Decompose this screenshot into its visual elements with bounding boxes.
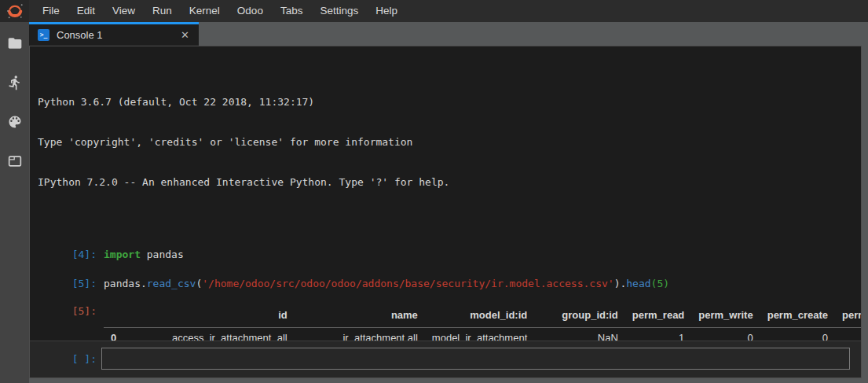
table-header-row: id name model_id:id group_id:id perm_rea… — [104, 305, 861, 328]
menu-run[interactable]: Run — [144, 0, 181, 22]
sidebar-item-file-browser[interactable] — [6, 35, 24, 52]
code-token: ). — [614, 278, 627, 289]
number-token: (5) — [651, 278, 669, 289]
keyword-token: import — [104, 249, 141, 260]
column-header: perm_write — [691, 305, 760, 328]
close-icon[interactable]: ✕ — [179, 29, 191, 41]
tab-label: Console 1 — [57, 29, 172, 41]
code-token: pandas. — [104, 278, 147, 289]
folder-icon — [7, 35, 23, 51]
left-sidebar — [0, 22, 29, 383]
tab-bar: >_ Console 1 ✕ — [29, 22, 868, 46]
column-header: name — [295, 305, 425, 328]
code-cell-4: [4]: import pandas — [30, 249, 861, 260]
tab-console-1[interactable]: >_ Console 1 ✕ — [29, 22, 199, 46]
console-log: Python 3.6.7 (default, Oct 22 2018, 11:3… — [30, 46, 861, 341]
menu-help[interactable]: Help — [367, 0, 406, 22]
dock-panel: >_ Console 1 ✕ Python 3.6.7 (default, Oc… — [29, 22, 868, 383]
code-line-5: pandas.read_csv('/home/odoo/src/odoo/odo… — [104, 278, 669, 289]
palette-icon — [7, 114, 23, 130]
row-index: 0 — [104, 328, 123, 341]
table-cell: NaN — [534, 328, 625, 341]
empty-input-prompt: [ ]: — [30, 353, 97, 365]
column-header: model_id:id — [425, 305, 534, 328]
banner-line-2: Type 'copyright', 'credits' or 'license'… — [38, 135, 861, 149]
menu-settings[interactable]: Settings — [311, 0, 367, 22]
odoo-logo — [0, 0, 29, 22]
input-prompt-5: [5]: — [30, 278, 97, 289]
menu-bar: File Edit View Run Kernel Odoo Tabs Sett… — [0, 0, 868, 22]
column-header: group_id:id — [534, 305, 625, 328]
output-cell-5: [5]: id name model_id:id — [30, 305, 861, 341]
code-cell-5: [5]: pandas.read_csv('/home/odoo/src/odo… — [30, 278, 861, 289]
column-header: perm_unlink — [835, 305, 861, 328]
code-line-4: import pandas — [104, 249, 184, 260]
tabs-icon — [7, 153, 23, 169]
column-header: id — [123, 305, 294, 328]
menu-file[interactable]: File — [34, 0, 68, 22]
output-prompt-5: [5]: — [30, 305, 97, 317]
function-token: read_csv — [147, 278, 196, 289]
console-panel: Python 3.6.7 (default, Oct 22 2018, 11:3… — [29, 46, 862, 378]
console-input-area: [ ]: — [30, 341, 861, 377]
banner-line-1: Python 3.6.7 (default, Oct 22 2018, 11:3… — [38, 95, 861, 109]
banner-line-3: IPython 7.2.0 -- An enhanced Interactive… — [38, 175, 861, 189]
odoo-logo-icon — [6, 2, 24, 20]
table-cell: 0 — [760, 328, 835, 341]
console-icon: >_ — [38, 29, 49, 41]
jupyterlab-window: File Edit View Run Kernel Odoo Tabs Sett… — [0, 0, 868, 383]
menu-kernel[interactable]: Kernel — [181, 0, 229, 22]
dataframe-table: id name model_id:id group_id:id perm_rea… — [104, 305, 861, 341]
string-token: '/home/odoo/src/odoo/odoo/addons/base/se… — [202, 278, 613, 289]
column-header: perm_read — [625, 305, 691, 328]
sidebar-item-open-tabs[interactable] — [6, 153, 24, 170]
table-row: 0 access_ir_attachment_all ir_attachment… — [104, 328, 861, 341]
code-token: pandas — [141, 249, 184, 260]
menu-items: File Edit View Run Kernel Odoo Tabs Sett… — [34, 0, 406, 22]
menu-tabs[interactable]: Tabs — [272, 0, 312, 22]
running-man-icon — [7, 75, 23, 90]
menu-edit[interactable]: Edit — [68, 0, 104, 22]
console-input[interactable] — [101, 348, 850, 370]
kernel-banner: Python 3.6.7 (default, Oct 22 2018, 11:3… — [38, 68, 861, 215]
sidebar-item-running-sessions[interactable] — [6, 74, 24, 91]
input-prompt-4: [4]: — [30, 249, 97, 260]
menu-odoo[interactable]: Odoo — [229, 0, 272, 22]
table-cell: model_ir_attachment — [425, 328, 534, 341]
table-cell: 0 — [835, 328, 861, 341]
menu-view[interactable]: View — [104, 0, 144, 22]
table-cell: 0 — [691, 328, 760, 341]
table-cell: 1 — [625, 328, 691, 341]
sidebar-item-commands[interactable] — [6, 113, 24, 131]
function-token: head — [626, 278, 650, 289]
index-header — [104, 305, 123, 328]
table-cell: ir_attachment all — [295, 328, 425, 341]
table-cell: access_ir_attachment_all — [123, 328, 294, 341]
column-header: perm_create — [760, 305, 835, 328]
